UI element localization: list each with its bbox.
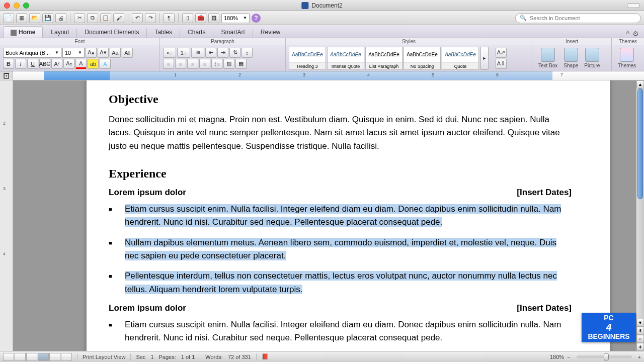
clear-formatting-button[interactable]: A⃠ [122,48,133,58]
vertical-scrollbar[interactable]: ▲ ▼ ⇞ ○ ⇟ [636,80,644,351]
justify-button[interactable]: ≡ [199,59,210,69]
paste-button[interactable]: 📋 [100,13,111,23]
styles-pane-button[interactable]: A↗ [496,48,507,58]
tab-charts[interactable]: Charts [180,26,213,38]
tab-smartart[interactable]: SmartArt [213,26,252,38]
text-effects-button[interactable]: A [100,59,111,69]
print-layout-view-button[interactable] [38,353,49,361]
insert-picture-button[interactable]: Picture [581,48,603,68]
redo-button[interactable]: ↷ [145,13,156,23]
print-button[interactable]: 🖨 [55,13,66,23]
zoom-value[interactable]: 180% [550,354,564,360]
group-label-themes: Themes [612,38,644,45]
tab-layout[interactable]: Layout [43,26,76,38]
strikethrough-button[interactable]: ABC [39,59,50,69]
line-spacing-button[interactable]: ‡≡ [211,59,222,69]
style-intense-quote[interactable]: AaBbCcDdEeIntense Quote [327,47,364,70]
document-scroll-area[interactable]: Objective Donec sollicitudin mi et magna… [13,80,636,351]
zoom-in-button[interactable]: + [638,354,641,360]
horizontal-ruler[interactable]: 1 2 3 4 5 6 7 [13,71,644,80]
scroll-up-button[interactable]: ▲ [636,80,644,88]
underline-button[interactable]: U [27,59,38,69]
font-color-button[interactable]: A [75,59,87,69]
highlight-button[interactable]: ab [88,59,99,69]
zoom-out-button[interactable]: − [567,354,570,360]
notebook-view-button[interactable] [49,353,60,361]
align-right-button[interactable]: ≡ [187,59,198,69]
style-heading-3[interactable]: AaBbCcDdEeHeading 3 [289,47,326,70]
scroll-thumb[interactable] [637,88,643,199]
copy-button[interactable]: ⧉ [87,13,98,23]
style-list-paragraph[interactable]: AaBbCcDdEeList Paragraph [365,47,403,70]
align-left-button[interactable]: ≡ [163,59,174,69]
insert-textbox-button[interactable]: Text Box [535,48,560,68]
decrease-indent-button[interactable]: ⇤ [205,48,216,58]
help-button[interactable]: ? [252,14,261,23]
prev-page-button[interactable]: ⇞ [636,327,644,335]
ribbon-settings-button[interactable]: ⚙ [632,30,639,38]
numbering-button[interactable]: 1≡ [177,48,190,58]
group-label-styles: Styles [286,38,532,45]
insert-shape-button[interactable]: Shape [560,48,581,68]
open-button[interactable]: 📂 [29,13,40,23]
toolbar-toggle-button[interactable] [627,3,640,8]
fullscreen-view-button[interactable] [61,353,72,361]
grow-font-button[interactable]: A▴ [86,48,97,58]
subscript-button[interactable]: A₂ [63,59,74,69]
shading-button[interactable]: ▨ [223,59,234,69]
tab-home[interactable]: Home [3,26,43,38]
tab-document-elements[interactable]: Document Elements [77,26,146,38]
outline-view-button[interactable] [15,353,26,361]
superscript-button[interactable]: A² [51,59,62,69]
media-browser-button[interactable]: 🖼 [208,13,219,23]
font-size-dropdown[interactable]: 10▼ [62,48,85,58]
zoom-dropdown[interactable]: 180%▼ [221,13,250,23]
text-direction-button[interactable]: ⇅ [229,48,240,58]
change-styles-button[interactable]: A⇩ [496,59,507,69]
scroll-down-button[interactable]: ▼ [636,319,644,327]
multilevel-list-button[interactable]: ⁝≡ [191,48,204,58]
zoom-window-button[interactable] [23,3,29,9]
templates-button[interactable]: ▦ [16,13,27,23]
draft-view-button[interactable] [3,353,14,361]
sort-button[interactable]: ↕ [242,48,253,58]
styles-more-button[interactable]: ▸ [480,47,489,70]
style-no-spacing[interactable]: AaBbCcDdEeNo Spacing [404,47,441,70]
tab-tables[interactable]: Tables [147,26,180,38]
save-button[interactable]: 💾 [42,13,53,23]
bullets-button[interactable]: •≡ [163,48,176,58]
document-page[interactable]: Objective Donec sollicitudin mi et magna… [87,80,610,351]
tab-review[interactable]: Review [253,26,288,38]
zoom-slider-thumb[interactable] [604,353,609,360]
collapse-ribbon-button[interactable]: ^ [626,30,629,38]
toolbox-button[interactable]: 🧰 [195,13,206,23]
align-center-button[interactable]: ≡ [175,59,186,69]
format-painter-button[interactable]: 🖌 [113,13,124,23]
scroll-track[interactable] [636,88,644,319]
next-page-button[interactable]: ⇟ [636,343,644,351]
change-case-button[interactable]: Aa [110,48,121,58]
sidebar-button[interactable]: ▯ [182,13,193,23]
font-name-dropdown[interactable]: Book Antiqua (B...▼ [3,48,61,58]
browse-object-button[interactable]: ○ [636,335,644,343]
themes-button[interactable]: Themes [615,48,639,68]
search-field[interactable]: 🔍 [515,13,641,23]
undo-button[interactable]: ↶ [132,13,143,23]
new-doc-button[interactable]: 📄 [3,13,14,23]
minimize-window-button[interactable] [14,3,20,9]
bold-button[interactable]: B [3,59,14,69]
borders-button[interactable]: ▦ [235,59,247,69]
italic-button[interactable]: I [15,59,26,69]
show-formatting-button[interactable]: ¶ [164,13,175,23]
search-input[interactable] [530,15,636,21]
shrink-font-button[interactable]: A▾ [98,48,109,58]
zoom-slider[interactable] [577,355,632,358]
cut-button[interactable]: ✂ [74,13,85,23]
publishing-view-button[interactable] [26,353,37,361]
ruler-corner[interactable]: ⊡ [0,71,13,80]
close-window-button[interactable] [4,3,10,9]
increase-indent-button[interactable]: ⇥ [217,48,228,58]
style-quote[interactable]: AaBbCcDdEeQuote [442,47,479,70]
vertical-ruler[interactable]: 2 3 4 [0,80,13,351]
spellcheck-icon[interactable]: 📕 [262,353,269,360]
